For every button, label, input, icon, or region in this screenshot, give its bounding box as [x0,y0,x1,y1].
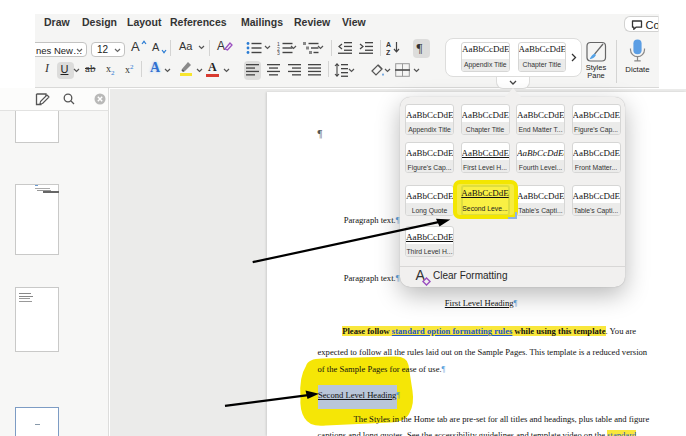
svg-text:A: A [386,41,391,48]
svg-text:Z: Z [386,49,391,56]
svg-text:3: 3 [277,50,280,55]
